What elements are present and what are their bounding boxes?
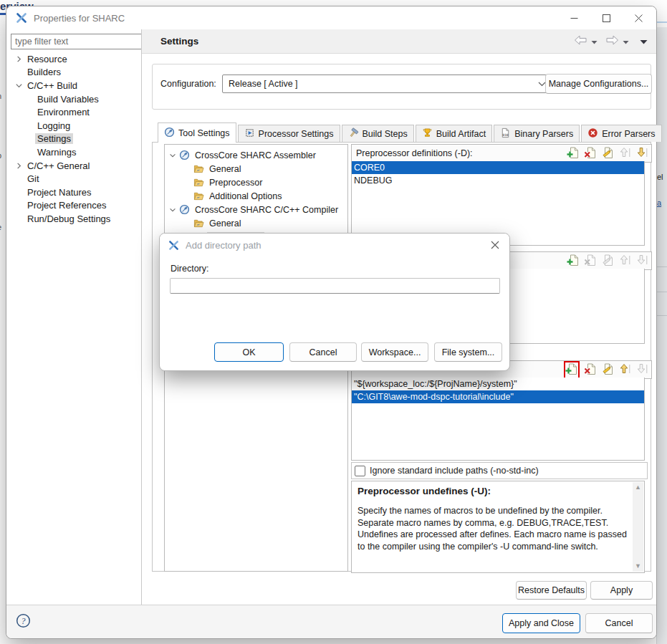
forward-arrow-icon[interactable] [605,35,619,47]
sidebar-item-run-debug-settings[interactable]: Run/Debug Settings [6,212,141,226]
back-arrow-icon[interactable] [574,35,587,47]
maximize-button[interactable] [590,6,623,29]
move-down-icon-disabled[interactable] [635,254,648,269]
occluded-text-fragment: n [0,92,4,100]
includes-list[interactable]: "${workspace_loc:/${ProjName}/system}" "… [351,378,645,461]
filter-input[interactable] [11,34,143,49]
tool-icon [178,204,190,215]
move-up-icon[interactable] [618,362,631,378]
ignore-std-includes-checkbox[interactable] [355,466,365,476]
edit-item-icon-disabled[interactable] [601,254,614,269]
sidebar-item-logging[interactable]: Logging [6,119,141,133]
folder-icon [193,191,204,201]
move-down-icon[interactable] [635,146,648,161]
sidebar-item-cpp-build[interactable]: C/C++ Build [6,79,141,92]
occluded-window-edge [656,27,667,644]
list-item[interactable]: "C:\GIT8\awe-mod-dspc-tutorial\include" [352,390,644,403]
svg-text:010: 010 [503,133,509,136]
view-menu-icon[interactable] [640,37,648,47]
chevron-right-icon[interactable] [13,54,25,64]
add-directory-dialog: Add directory path Directory: OK Cancel … [159,233,510,371]
configuration-select[interactable]: Release [ Active ] [222,75,552,93]
tab-tool-settings[interactable]: Tool Settings [158,122,236,143]
scrollbar[interactable]: ▲ ▼ [633,482,643,572]
move-down-icon-disabled[interactable] [635,362,648,378]
chevron-down-icon[interactable] [167,151,178,160]
file-system-button[interactable]: File system... [434,342,502,362]
tree-item-preprocessor[interactable]: Preprocessor [165,176,347,189]
add-item-icon[interactable] [565,362,578,378]
sidebar-item-warnings[interactable]: Warnings [6,145,141,159]
tab-processor-settings[interactable]: Processor Settings [238,125,340,142]
sidebar-item-environment[interactable]: Environment [6,105,141,119]
apply-button[interactable]: Apply [590,581,653,600]
move-up-icon-disabled[interactable] [618,254,631,269]
folder-icon [193,177,204,188]
directory-label: Directory: [171,264,208,274]
edit-item-icon[interactable] [601,146,614,161]
chevron-down-icon[interactable] [13,81,25,90]
occluded-window-line [656,292,667,292]
sidebar-item-git[interactable]: Git [6,172,141,186]
sidebar-item-project-natures[interactable]: Project Natures [6,186,141,199]
manage-configurations-button[interactable]: Manage Configurations... [545,74,652,94]
list-item[interactable]: CORE0 [352,161,644,174]
undefines-panel: Preprocessor undefines (-U): Specify the… [351,481,645,573]
add-item-highlight-box [564,361,580,379]
chevron-down-icon[interactable] [167,206,178,214]
restore-defaults-button[interactable]: Restore Defaults [516,581,587,600]
occluded-window-line [656,266,667,267]
ok-button[interactable]: OK [214,342,284,362]
list-item[interactable]: "${workspace_loc:/${ProjName}/system}" [352,378,644,390]
tree-item-additional-options[interactable]: Additional Options [165,189,347,203]
tab-error-parsers[interactable]: Error Parsers [581,125,661,142]
configuration-label: Configuration: [160,79,216,89]
tab-build-artifact[interactable]: Build Artifact [416,125,492,142]
edit-item-icon[interactable] [601,362,614,378]
delete-item-icon-disabled[interactable] [584,254,597,269]
processor-icon [244,128,255,140]
sidebar-item-project-references[interactable]: Project References [6,199,141,213]
settings-tab-strip: Tool Settings Processor Settings Build S… [158,122,662,142]
tree-item-general[interactable]: General [165,162,347,176]
sidebar-item-builders[interactable]: Builders [6,66,141,80]
back-dropdown-icon[interactable] [591,37,598,47]
scroll-up-icon[interactable]: ▲ [635,484,641,491]
occluded-text-fragment: l [0,302,4,311]
delete-item-icon[interactable] [584,146,597,161]
scroll-down-icon[interactable]: ▼ [635,563,641,569]
modal-cancel-button[interactable]: Cancel [289,342,357,362]
add-item-icon[interactable] [567,146,580,161]
page-title: Settings [160,36,198,47]
crosscore-logo-icon [168,240,179,251]
forward-dropdown-icon[interactable] [623,37,629,47]
cancel-button[interactable]: Cancel [585,613,653,633]
modal-title-bar[interactable]: Add directory path [160,234,509,256]
list-item[interactable]: NDEBUG [352,174,644,187]
tab-build-steps[interactable]: Build Steps [342,125,414,142]
tree-item-compiler[interactable]: CrossCore SHARC C/C++ Compiler [165,203,347,216]
tool-icon [178,150,190,160]
add-item-icon[interactable] [567,254,580,269]
undefines-description: Specify the names of macros to be undefi… [358,505,628,552]
directory-input[interactable] [170,278,500,294]
tree-item-general-compiler[interactable]: General [165,216,347,230]
chevron-right-icon[interactable] [13,161,25,170]
tree-item-assembler[interactable]: CrossCore SHARC Assembler [165,148,347,162]
sidebar-item-build-variables[interactable]: Build Variables [6,92,141,106]
properties-category-tree: Resource Builders C/C++ Build Build Vari… [6,52,141,226]
apply-and-close-button[interactable]: Apply and Close [502,613,580,633]
sidebar-item-settings[interactable]: Settings [6,133,141,146]
title-bar[interactable]: Properties for SHARC [6,6,656,29]
sidebar-item-cpp-general[interactable]: C/C++ General [6,159,141,173]
workspace-button[interactable]: Workspace... [361,342,428,362]
minimize-button[interactable] [558,6,590,29]
close-icon[interactable] [491,241,499,251]
delete-item-icon[interactable] [584,362,597,378]
sidebar-item-resource[interactable]: Resource [6,52,141,66]
move-up-icon-disabled[interactable] [618,146,631,161]
configuration-value: Release [ Active ] [229,79,298,89]
help-icon[interactable]: ? [16,613,31,630]
tab-binary-parsers[interactable]: 010 Binary Parsers [494,125,580,142]
close-button[interactable] [623,6,655,29]
